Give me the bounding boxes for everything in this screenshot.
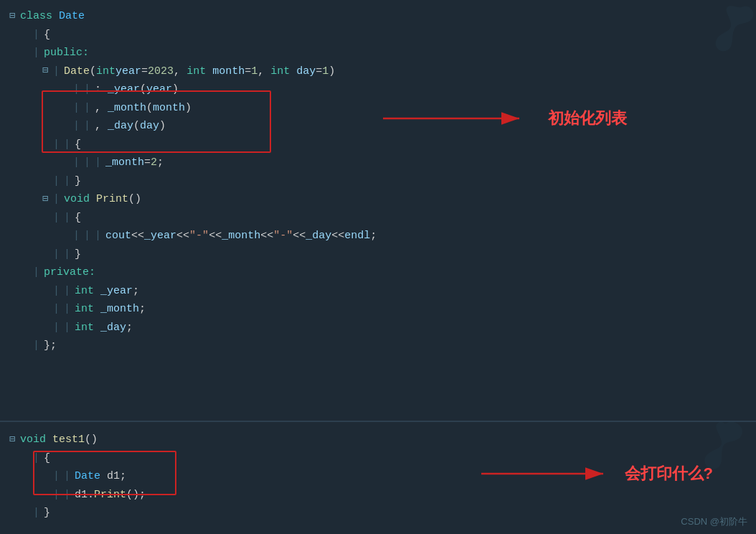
line-date-d1: || Date d1; [0, 467, 756, 486]
line-body-open: || { [0, 136, 756, 154]
line-void-test1: ⊟ void test1() [0, 431, 756, 449]
line-brace-open: | { [0, 26, 756, 44]
line-init-month: || , _month(month) [0, 99, 756, 118]
collapse-indicator-2[interactable]: ⊟ [40, 62, 50, 80]
brace: { [44, 26, 50, 44]
line-d1-print: || d1.Print(); [0, 486, 756, 505]
line-int-month: || int _month; [0, 300, 756, 319]
line-class-close: | }; [0, 337, 756, 355]
collapse-indicator-4[interactable]: ⊟ [7, 431, 17, 449]
line-init-day: || , _day(day) [0, 117, 756, 136]
line-print-open: || { [0, 209, 756, 228]
line-test-open: | { [0, 449, 756, 468]
watermark: CSDN @初阶牛 [681, 515, 747, 528]
line-constructor: ⊟ | Date(int year=2023, int month=1, int… [0, 62, 756, 81]
line-print-close: || } [0, 245, 756, 264]
line-int-year: || int _year; [0, 282, 756, 301]
top-code-section: ⊟ class Date | { | public: ⊟ | Date(int … [0, 0, 756, 423]
bottom-code-section: ⊟ void test1() | { || Date d1; || d1.Pri… [0, 423, 756, 534]
section-divider [0, 421, 756, 422]
line-public: | public: [0, 44, 756, 62]
line-month-assign: ||| _month = 2; [0, 154, 756, 172]
line-int-day: || int _day; [0, 319, 756, 337]
line-cout: ||| cout << _year << "-" << _month << "-… [0, 227, 756, 245]
line-test-close: | } [0, 504, 756, 523]
class-name-date: Date [59, 7, 85, 26]
keyword-class: class [20, 7, 52, 26]
line-class-date: ⊟ class Date [0, 7, 756, 26]
collapse-indicator-1[interactable]: ⊟ [7, 8, 17, 25]
line-void-print: ⊟ | void Print() [0, 190, 756, 209]
keyword-public: public: [44, 44, 89, 62]
constructor-name: Date [64, 62, 90, 81]
line-private: | private: [0, 263, 756, 282]
line-init-year: || : _year(year) [0, 80, 756, 99]
line-body-close: || } [0, 172, 756, 191]
collapse-indicator-3[interactable]: ⊟ [40, 191, 50, 208]
